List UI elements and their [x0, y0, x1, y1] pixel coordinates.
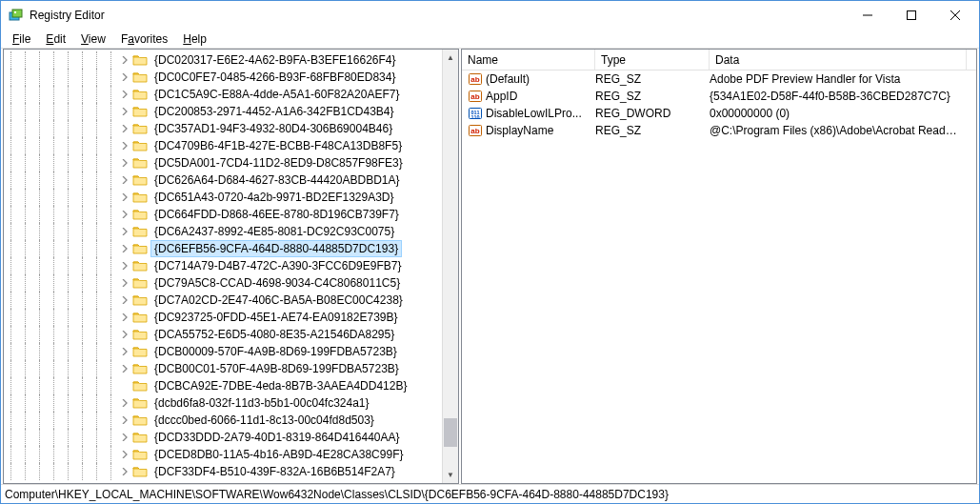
menu-edit[interactable]: Edit: [38, 30, 73, 48]
scroll-down-button[interactable]: ▼: [443, 467, 458, 483]
expand-icon[interactable]: [120, 347, 130, 356]
tree-item[interactable]: {DCF33DF4-B510-439F-832A-16B6B514F2A7}: [4, 463, 442, 480]
tree-item-label[interactable]: {DCB00C01-570F-4A9B-8D69-199FDBA5723B}: [150, 360, 403, 377]
tree-item[interactable]: {DC5DA001-7CD4-11D2-8ED9-D8C857F98FE3}: [4, 154, 442, 171]
maximize-button[interactable]: [890, 1, 933, 30]
tree-item[interactable]: {DC0C0FE7-0485-4266-B93F-68FBF80ED834}: [4, 69, 442, 86]
tree-item-label[interactable]: {DC626A64-D684-4627-83CB-44420ABDBD1A}: [150, 171, 404, 189]
scroll-thumb[interactable]: [444, 418, 457, 447]
tree-item[interactable]: {DC200853-2971-4452-A1A6-342FB1CD43B4}: [4, 103, 442, 120]
expand-icon[interactable]: [120, 175, 130, 185]
titlebar[interactable]: Registry Editor: [1, 1, 979, 30]
tree-item-label[interactable]: {DC664FDD-D868-46EE-8780-8D196CB739F7}: [150, 206, 403, 223]
scroll-track[interactable]: [443, 66, 458, 467]
tree-item[interactable]: {DC357AD1-94F3-4932-80D4-306B69004B46}: [4, 120, 442, 137]
close-button[interactable]: [933, 1, 977, 30]
tree-item-label[interactable]: {DC923725-0FDD-45E1-AE74-EA09182E739B}: [150, 309, 402, 326]
tree-item[interactable]: {DCED8DB0-11A5-4b16-AB9D-4E28CA38C99F}: [4, 446, 442, 463]
expand-icon[interactable]: [120, 450, 130, 459]
tree-item[interactable]: {dccc0bed-6066-11d1-8c13-00c04fd8d503}: [4, 412, 442, 429]
registry-tree[interactable]: {DC020317-E6E2-4A62-B9FA-B3EFE16626F4}{D…: [4, 50, 442, 480]
value-row[interactable]: ab(Default)REG_SZAdobe PDF Preview Handl…: [462, 71, 976, 88]
value-row[interactable]: abAppIDREG_SZ{534A1E02-D58F-44f0-B58B-36…: [462, 88, 976, 105]
expand-icon[interactable]: [120, 433, 130, 442]
tree-item-label[interactable]: {DC1C5A9C-E88A-4dde-A5A1-60F82A20AEF7}: [150, 86, 403, 103]
expand-icon[interactable]: [120, 398, 130, 408]
tree-item[interactable]: {DCD33DDD-2A79-40D1-8319-864D416440AA}: [4, 429, 442, 446]
tree-item-label[interactable]: {dcbd6fa8-032f-11d3-b5b1-00c04fc324a1}: [150, 394, 373, 412]
tree-item[interactable]: {DCB00C01-570F-4A9B-8D69-199FDBA5723B}: [4, 360, 442, 377]
tree-item[interactable]: {DC923725-0FDD-45E1-AE74-EA09182E739B}: [4, 309, 442, 326]
tree-item-label[interactable]: {DC79A5C8-CCAD-4698-9034-C4C8068011C5}: [150, 274, 404, 292]
tree-item-label[interactable]: {DC7A02CD-2E47-406C-BA5A-B08EC00C4238}: [150, 292, 407, 309]
tree-item-label[interactable]: {DCD33DDD-2A79-40D1-8319-864D416440AA}: [150, 429, 404, 446]
tree-item[interactable]: {DCB00009-570F-4A9B-8D69-199FDBA5723B}: [4, 343, 442, 360]
menu-favorites[interactable]: Favorites: [113, 30, 175, 48]
expand-icon[interactable]: [120, 278, 130, 288]
tree-item[interactable]: {DC1C5A9C-E88A-4dde-A5A1-60F82A20AEF7}: [4, 86, 442, 103]
value-row[interactable]: abDisplayNameREG_SZ@C:\Program Files (x8…: [462, 122, 976, 139]
value-name: (Default): [486, 72, 595, 86]
expand-icon[interactable]: [120, 227, 130, 236]
tree-item-label[interactable]: {DC020317-E6E2-4A62-B9FA-B3EFE16626F4}: [150, 51, 400, 69]
scroll-up-button[interactable]: ▲: [443, 50, 458, 66]
expand-icon[interactable]: [120, 467, 130, 476]
menu-help[interactable]: Help: [175, 30, 214, 48]
tree-item[interactable]: {DCBCA92E-7DBE-4eda-8B7B-3AAEA4DD412B}: [4, 377, 442, 394]
tree-item-label[interactable]: {dccc0bed-6066-11d1-8c13-00c04fd8d503}: [150, 412, 378, 429]
menu-view[interactable]: View: [73, 30, 113, 48]
tree-item-label[interactable]: {DCBCA92E-7DBE-4eda-8B7B-3AAEA4DD412B}: [150, 377, 410, 394]
tree-item[interactable]: {DC020317-E6E2-4A62-B9FA-B3EFE16626F4}: [4, 51, 442, 69]
tree-item-label[interactable]: {DC4709B6-4F1B-427E-BCBB-F48CA13DB8F5}: [150, 137, 406, 154]
expand-icon[interactable]: [120, 244, 130, 253]
expand-icon[interactable]: [120, 90, 130, 99]
tree-item[interactable]: {DC7A02CD-2E47-406C-BA5A-B08EC00C4238}: [4, 292, 442, 309]
tree-item[interactable]: {DC6EFB56-9CFA-464D-8880-44885D7DC193}: [4, 240, 442, 257]
values-list[interactable]: ab(Default)REG_SZAdobe PDF Preview Handl…: [462, 71, 976, 483]
tree-item-label[interactable]: {DC357AD1-94F3-4932-80D4-306B69004B46}: [150, 120, 396, 137]
expand-icon[interactable]: [120, 124, 130, 133]
tree-item[interactable]: {dcbd6fa8-032f-11d3-b5b1-00c04fc324a1}: [4, 394, 442, 412]
tree-item-label[interactable]: {DC6A2437-8992-4E85-8081-DC92C93C0075}: [150, 223, 398, 240]
minimize-button[interactable]: [846, 1, 890, 30]
expand-icon[interactable]: [120, 141, 130, 151]
column-type[interactable]: Type: [595, 50, 710, 70]
expand-icon[interactable]: [120, 330, 130, 339]
column-data[interactable]: Data: [710, 50, 967, 70]
tree-item-label[interactable]: {DC0C0FE7-0485-4266-B93F-68FBF80ED834}: [150, 69, 399, 86]
menu-file[interactable]: File: [5, 30, 38, 48]
tree-item-label[interactable]: {DCA55752-E6D5-4080-8E35-A21546DA8295}: [150, 326, 398, 343]
tree-item-label[interactable]: {DC200853-2971-4452-A1A6-342FB1CD43B4}: [150, 103, 398, 120]
expand-icon[interactable]: [120, 312, 130, 322]
tree-item-label[interactable]: {DC651A43-0720-4a2b-9971-BD2EF1329A3D}: [150, 189, 398, 206]
column-name[interactable]: Name: [462, 50, 595, 70]
expand-icon[interactable]: [120, 192, 130, 202]
folder-icon: [132, 396, 148, 410]
tree-item-label[interactable]: {DCB00009-570F-4A9B-8D69-199FDBA5723B}: [150, 343, 401, 360]
tree-item[interactable]: {DC714A79-D4B7-472C-A390-3FCC6D9E9FB7}: [4, 257, 442, 274]
tree-item[interactable]: {DC4709B6-4F1B-427E-BCBB-F48CA13DB8F5}: [4, 137, 442, 154]
expand-icon[interactable]: [120, 55, 130, 65]
expand-icon[interactable]: [120, 261, 130, 271]
tree-scrollbar[interactable]: ▲ ▼: [442, 50, 458, 483]
tree-item[interactable]: {DC626A64-D684-4627-83CB-44420ABDBD1A}: [4, 171, 442, 189]
tree-item[interactable]: {DCA55752-E6D5-4080-8E35-A21546DA8295}: [4, 326, 442, 343]
tree-item[interactable]: {DC79A5C8-CCAD-4698-9034-C4C8068011C5}: [4, 274, 442, 292]
tree-item[interactable]: {DC664FDD-D868-46EE-8780-8D196CB739F7}: [4, 206, 442, 223]
expand-icon[interactable]: [120, 210, 130, 219]
expand-icon[interactable]: [120, 158, 130, 168]
tree-item-label[interactable]: {DC5DA001-7CD4-11D2-8ED9-D8C857F98FE3}: [150, 154, 407, 171]
tree-scroll[interactable]: {DC020317-E6E2-4A62-B9FA-B3EFE16626F4}{D…: [4, 50, 442, 483]
tree-item-label[interactable]: {DCED8DB0-11A5-4b16-AB9D-4E28CA38C99F}: [150, 446, 407, 463]
expand-icon[interactable]: [120, 72, 130, 82]
tree-item-label[interactable]: {DC714A79-D4B7-472C-A390-3FCC6D9E9FB7}: [150, 257, 405, 274]
tree-item-label[interactable]: {DC6EFB56-9CFA-464D-8880-44885D7DC193}: [150, 240, 402, 257]
expand-icon[interactable]: [120, 295, 130, 305]
value-row[interactable]: 011110DisableLowILPro...REG_DWORD0x00000…: [462, 105, 976, 122]
expand-icon[interactable]: [120, 107, 130, 116]
tree-item[interactable]: {DC651A43-0720-4a2b-9971-BD2EF1329A3D}: [4, 189, 442, 206]
expand-icon[interactable]: [120, 364, 130, 373]
tree-item[interactable]: {DC6A2437-8992-4E85-8081-DC92C93C0075}: [4, 223, 442, 240]
expand-icon[interactable]: [120, 415, 130, 425]
tree-item-label[interactable]: {DCF33DF4-B510-439F-832A-16B6B514F2A7}: [150, 463, 399, 480]
